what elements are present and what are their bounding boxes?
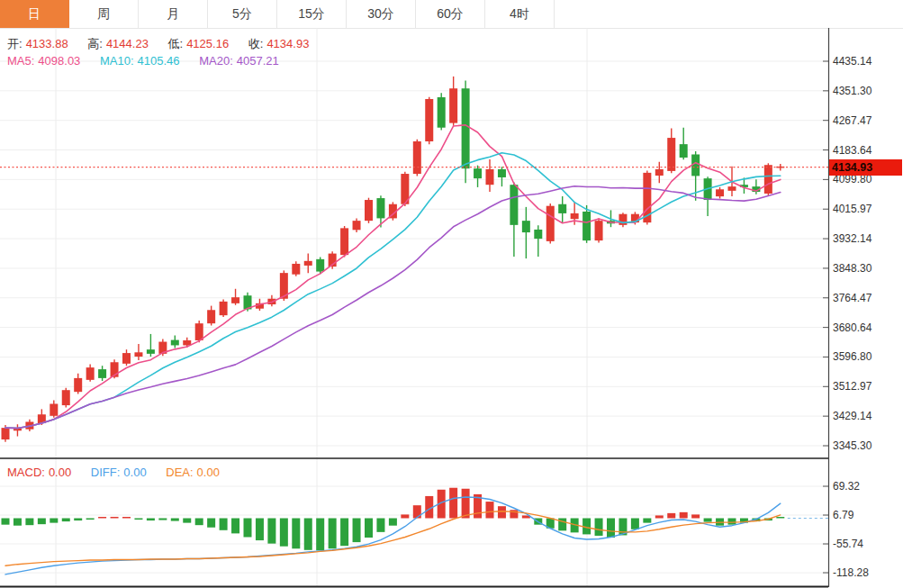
ma20-label: MA20: xyxy=(199,54,233,68)
main-axis-tick: 4435.14 xyxy=(833,55,871,68)
low-value: 4125.16 xyxy=(186,37,229,50)
main-axis-tick: 3429.14 xyxy=(833,410,871,422)
close-value: 4134.93 xyxy=(266,37,309,50)
dea-value: 0.00 xyxy=(197,466,220,479)
main-axis-tick: 3512.97 xyxy=(833,380,871,393)
current-price-tag: 4134.93 xyxy=(829,159,902,176)
ohlc-info-row: 开:4133.88 高:4144.23 低:4125.16 收:4134.93 xyxy=(7,36,312,52)
main-axis-tick: 3848.30 xyxy=(833,262,871,275)
diff-label: DIFF: xyxy=(91,466,121,479)
low-label: 低: xyxy=(168,37,184,50)
macd-label: MACD: xyxy=(7,466,45,479)
macd-axis-tick: 69.32 xyxy=(833,480,860,493)
main-axis-tick: 3345.30 xyxy=(833,439,871,452)
main-axis-tick: 3596.80 xyxy=(833,350,871,363)
ma10-label: MA10: xyxy=(100,54,134,68)
main-axis-tick: 4015.97 xyxy=(833,203,871,215)
macd-axis-tick: -55.74 xyxy=(833,538,863,550)
ma20-value: 4057.21 xyxy=(237,54,279,68)
main-axis-tick: 3932.14 xyxy=(833,232,871,245)
main-axis-tick: 4267.47 xyxy=(833,114,871,127)
macd-info-row: MACD:0.00 DIFF:0.00 DEA:0.00 xyxy=(7,466,223,479)
main-axis-tick: 4351.30 xyxy=(833,85,871,97)
close-label: 收: xyxy=(248,37,264,50)
macd-axis-tick: -118.28 xyxy=(833,566,869,579)
main-axis-tick: 4183.64 xyxy=(833,144,871,157)
ma5-label: MA5: xyxy=(7,54,34,68)
diff-value: 0.00 xyxy=(123,466,146,479)
dea-label: DEA: xyxy=(166,466,193,479)
macd-value: 0.00 xyxy=(49,466,71,479)
ma10-value: 4105.46 xyxy=(138,54,180,68)
high-label: 高: xyxy=(87,37,103,50)
main-axis-tick: 3764.47 xyxy=(833,292,871,304)
main-axis-tick: 3680.64 xyxy=(833,321,871,334)
macd-axis-tick: 6.79 xyxy=(833,509,853,521)
high-value: 4144.23 xyxy=(106,37,149,50)
open-label: 开: xyxy=(7,37,23,50)
ma5-value: 4098.03 xyxy=(38,54,80,68)
open-value: 4133.88 xyxy=(26,37,68,50)
ma-info-row: MA5:4098.03 MA10:4105.46 MA20:4057.21 xyxy=(7,54,283,68)
candlestick-chart-canvas[interactable] xyxy=(0,0,903,588)
